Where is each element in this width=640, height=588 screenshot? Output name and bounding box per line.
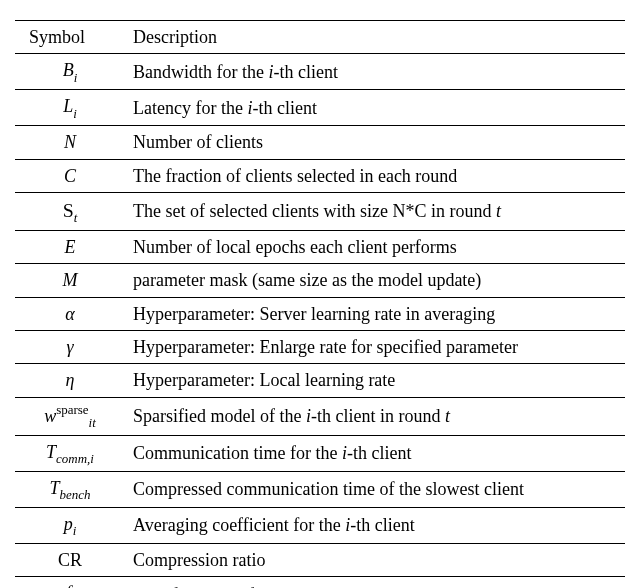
symbol-cell: Tcomm,i	[15, 435, 125, 471]
table-row: StThe set of selected clients with size …	[15, 193, 625, 231]
symbol-cell: Tbench	[15, 471, 125, 507]
description-cell: Data frequency for the i-th client	[125, 577, 625, 588]
table-row: TbenchCompressed communication time of t…	[15, 471, 625, 507]
description-cell: Bandwidth for the i-th client	[125, 54, 625, 90]
table-row: ηHyperparameter: Local learning rate	[15, 364, 625, 397]
description-cell: Averaging coefficient for the i-th clien…	[125, 507, 625, 543]
table-header-row: Symbol Description	[15, 21, 625, 54]
description-cell: Number of local epochs each client perfo…	[125, 231, 625, 264]
col-symbol: Symbol	[15, 21, 125, 54]
table-row: piAveraging coefficient for the i-th cli…	[15, 507, 625, 543]
description-cell: parameter mask (same size as the model u…	[125, 264, 625, 297]
symbol-cell: CR	[15, 543, 125, 576]
table-row: NNumber of clients	[15, 126, 625, 159]
symbol-cell: η	[15, 364, 125, 397]
symbol-cell: St	[15, 193, 125, 231]
table-row: CRCompression ratio	[15, 543, 625, 576]
description-cell: Hyperparameter: Enlarge rate for specifi…	[125, 331, 625, 364]
table-row: ENumber of local epochs each client perf…	[15, 231, 625, 264]
description-cell: Hyperparameter: Server learning rate in …	[125, 297, 625, 330]
symbol-cell: N	[15, 126, 125, 159]
description-cell: The set of selected clients with size N*…	[125, 193, 625, 231]
description-cell: Compression ratio	[125, 543, 625, 576]
symbol-cell: α	[15, 297, 125, 330]
symbol-cell: Bi	[15, 54, 125, 90]
col-description: Description	[125, 21, 625, 54]
symbol-cell: E	[15, 231, 125, 264]
table-row: Mparameter mask (same size as the model …	[15, 264, 625, 297]
description-cell: The fraction of clients selected in each…	[125, 159, 625, 192]
symbol-cell: γ	[15, 331, 125, 364]
symbol-cell: M	[15, 264, 125, 297]
description-cell: Number of clients	[125, 126, 625, 159]
description-cell: Communication time for the i-th client	[125, 435, 625, 471]
table-row: wsparseitSparsified model of the i-th cl…	[15, 397, 625, 435]
symbol-cell: Li	[15, 90, 125, 126]
table-row: γHyperparameter: Enlarge rate for specif…	[15, 331, 625, 364]
table-row: BiBandwidth for the i-th client	[15, 54, 625, 90]
notation-table: Symbol Description BiBandwidth for the i…	[15, 20, 625, 588]
symbol-cell: fi	[15, 577, 125, 588]
description-cell: Hyperparameter: Local learning rate	[125, 364, 625, 397]
symbol-cell: C	[15, 159, 125, 192]
table-row: Tcomm,iCommunication time for the i-th c…	[15, 435, 625, 471]
description-cell: Latency for the i-th client	[125, 90, 625, 126]
table-row: LiLatency for the i-th client	[15, 90, 625, 126]
symbol-cell: wsparseit	[15, 397, 125, 435]
table-row: αHyperparameter: Server learning rate in…	[15, 297, 625, 330]
description-cell: Compressed communication time of the slo…	[125, 471, 625, 507]
symbol-cell: pi	[15, 507, 125, 543]
table-row: CThe fraction of clients selected in eac…	[15, 159, 625, 192]
table-row: fiData frequency for the i-th client	[15, 577, 625, 588]
description-cell: Sparsified model of the i-th client in r…	[125, 397, 625, 435]
